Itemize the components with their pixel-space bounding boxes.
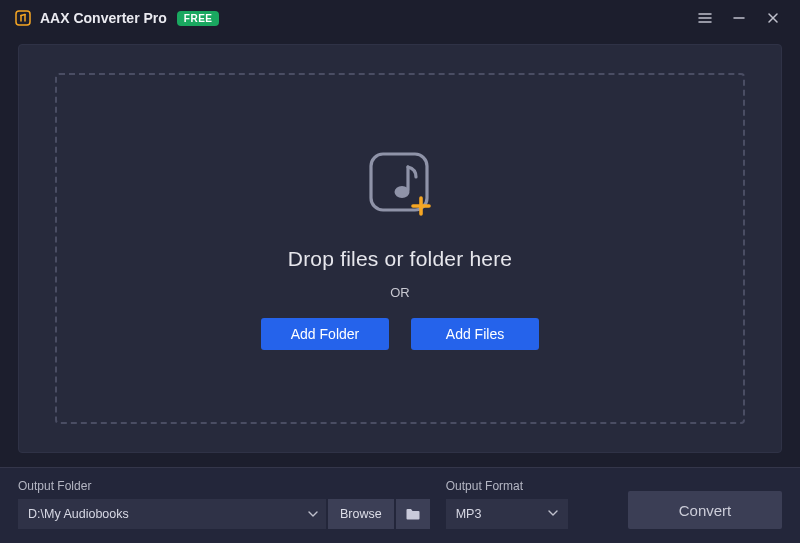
browse-button[interactable]: Browse (328, 499, 394, 529)
svg-point-11 (395, 186, 410, 198)
output-format-label: Output Format (446, 479, 568, 493)
convert-button[interactable]: Convert (628, 491, 782, 529)
close-button[interactable] (756, 4, 790, 32)
output-format-select[interactable]: MP3 (446, 499, 568, 529)
titlebar: AAX Converter Pro FREE (0, 0, 800, 36)
menu-button[interactable] (688, 4, 722, 32)
output-format-value: MP3 (456, 507, 482, 521)
app-logo-icon (14, 9, 32, 27)
drop-or-text: OR (390, 285, 410, 300)
svg-rect-10 (371, 154, 427, 210)
close-icon (767, 12, 779, 24)
dropzone[interactable]: Drop files or folder here OR Add Folder … (55, 73, 745, 424)
minimize-icon (733, 12, 745, 24)
bottom-bar: Output Folder Browse Output Format MP3 (0, 467, 800, 543)
minimize-button[interactable] (722, 4, 756, 32)
free-badge: FREE (177, 11, 220, 26)
output-format-group: Output Format MP3 (446, 479, 568, 529)
drop-buttons: Add Folder Add Files (261, 318, 539, 350)
output-folder-select[interactable] (18, 499, 326, 529)
add-files-button[interactable]: Add Files (411, 318, 539, 350)
open-folder-button[interactable] (396, 499, 430, 529)
drop-music-icon (362, 147, 438, 227)
output-folder-input[interactable] (18, 499, 326, 529)
drop-heading: Drop files or folder here (288, 247, 512, 271)
main-area: Drop files or folder here OR Add Folder … (0, 36, 800, 467)
hamburger-icon (698, 11, 712, 25)
svg-line-3 (21, 15, 25, 16)
app-title: AAX Converter Pro (40, 10, 167, 26)
content-panel: Drop files or folder here OR Add Folder … (18, 44, 782, 453)
folder-icon (405, 506, 421, 522)
output-folder-label: Output Folder (18, 479, 430, 493)
add-folder-button[interactable]: Add Folder (261, 318, 389, 350)
output-folder-group: Output Folder Browse (18, 479, 430, 529)
svg-rect-0 (16, 11, 30, 25)
caret-down-icon (548, 507, 558, 521)
